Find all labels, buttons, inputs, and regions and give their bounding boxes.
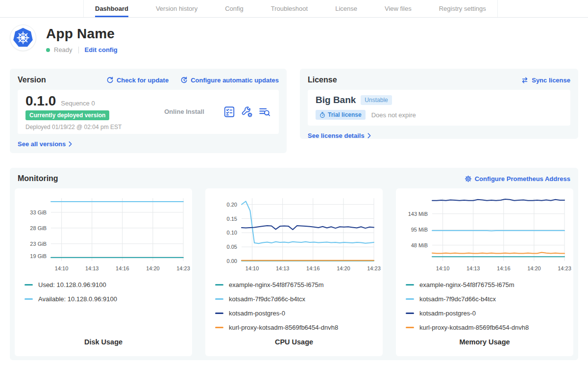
deployed-badge: Currently deployed version [25,110,109,120]
deployed-timestamp: Deployed 01/19/22 @ 02:04 pm EST [25,124,146,131]
legend-label: example-nginx-54f8f76755-l675m [229,281,324,288]
legend-label: kotsadm-7f9dc7d66c-b4tcx [229,295,305,303]
status-text: Ready [54,46,73,53]
svg-text:14:23: 14:23 [367,265,381,271]
legend-item: Available: 10.128.0.96:9100 [24,295,186,303]
svg-text:14:20: 14:20 [527,265,541,271]
svg-text:14:10: 14:10 [245,265,259,271]
license-card: License Sync license Big Bank Unstable T… [300,69,578,139]
legend-item: Used: 10.128.0.96:9100 [24,281,186,288]
see-license-details-link[interactable]: See license details [308,132,371,139]
legend-label: kotsadm-postgres-0 [229,310,285,317]
legend-swatch [215,313,223,314]
legend-item: kotsadm-postgres-0 [215,309,377,317]
svg-text:48 MiB: 48 MiB [411,242,428,248]
memory-usage-chart: 48 MiB95 MiB143 MiB14:1014:1314:1614:201… [402,194,567,275]
install-type-label: Online Install [146,108,223,115]
legend-label: example-nginx-54f8f76755-l675m [419,281,514,288]
configure-automatic-updates-link[interactable]: Configure automatic updates [180,77,279,84]
svg-text:14:16: 14:16 [497,265,511,271]
tab-registry-settings[interactable]: Registry settings [439,0,486,17]
kubernetes-icon [12,26,34,49]
config-wrench-icon[interactable] [241,105,253,118]
gear-icon [465,175,472,183]
configure-prometheus-label: Configure Prometheus Address [475,175,570,183]
cpu-usage-legend: example-nginx-54f8f76755-l675mkotsadm-7f… [211,281,377,331]
legend-swatch [406,327,414,328]
monitoring-section: Monitoring Configure Prometheus Address … [10,168,578,360]
sync-license-label: Sync license [532,77,570,84]
legend-item: example-nginx-54f8f76755-l675m [215,281,377,288]
app-logo [10,25,36,51]
check-for-update-link[interactable]: Check for update [106,77,169,84]
svg-text:14:20: 14:20 [146,265,160,271]
tab-config[interactable]: Config [225,0,244,17]
svg-text:0.20: 0.20 [227,202,237,208]
expiry-label: Does not expire [371,111,416,119]
view-logs-icon[interactable] [258,105,271,118]
tab-troubleshoot[interactable]: Troubleshoot [271,0,308,17]
stopwatch-icon [319,112,325,118]
legend-item: kotsadm-postgres-0 [406,309,567,317]
legend-label: kurl-proxy-kotsadm-8569fb6454-dnvh8 [419,324,529,331]
app-header: App Name Ready Edit config [10,25,118,53]
svg-text:14:10: 14:10 [436,265,450,271]
svg-text:14:20: 14:20 [337,265,350,271]
legend-item: kurl-proxy-kotsadm-8569fb6454-dnvh8 [406,323,567,331]
memory-usage-chart-card: 48 MiB95 MiB143 MiB14:1014:1314:1614:201… [396,188,573,356]
clock-refresh-icon [180,77,188,84]
version-card-title: Version [18,76,46,84]
svg-text:14:16: 14:16 [306,265,320,271]
legend-swatch [24,298,33,300]
legend-swatch [215,284,223,286]
svg-text:14:16: 14:16 [116,265,129,271]
tab-label: Troubleshoot [271,5,308,12]
monitoring-title: Monitoring [18,174,58,183]
memory-usage-chart-title: Memory Usage [402,338,567,356]
svg-text:0.00: 0.00 [227,258,237,264]
configure-prometheus-link[interactable]: Configure Prometheus Address [465,175,570,183]
legend-swatch [24,284,33,286]
see-all-versions-label: See all versions [18,140,66,148]
sync-license-link[interactable]: Sync license [521,77,570,84]
legend-label: kotsadm-7f9dc7d66c-b4tcx [419,295,496,303]
svg-text:0.15: 0.15 [227,216,237,222]
legend-swatch [406,313,414,314]
svg-text:143 MiB: 143 MiB [408,211,428,217]
tab-label: Version history [156,5,197,12]
legend-label: Used: 10.128.0.96:9100 [38,281,106,288]
tab-view-files[interactable]: View files [385,0,412,17]
cpu-usage-chart-card: 0.000.050.100.150.2014:1014:1314:1614:20… [205,188,383,356]
trial-license-label: Trial license [328,111,362,118]
svg-text:23 GiB: 23 GiB [30,241,47,247]
memory-usage-legend: example-nginx-54f8f76755-l675mkotsadm-7f… [402,281,567,331]
disk-usage-chart: 19 GiB23 GiB28 GiB33 GiB14:1014:1314:161… [21,194,186,275]
edit-config-link[interactable]: Edit config [85,46,118,53]
legend-item: kurl-proxy-kotsadm-8569fb6454-dnvh8 [215,323,377,331]
svg-text:14:10: 14:10 [55,265,69,271]
svg-text:33 GiB: 33 GiB [30,209,47,215]
license-panel: Big Bank Unstable Trial license Does not… [308,90,570,126]
tab-version-history[interactable]: Version history [156,0,197,17]
disk-usage-legend: Used: 10.128.0.96:9100Available: 10.128.… [21,281,186,303]
tab-label: License [335,5,357,12]
page-title: App Name [46,26,118,42]
see-all-versions-link[interactable]: See all versions [18,140,72,148]
top-nav: Dashboard Version history Config Trouble… [0,0,588,18]
see-license-details-label: See license details [308,132,365,139]
svg-text:0.10: 0.10 [227,230,237,235]
preflight-checklist-icon[interactable] [223,105,236,118]
version-number: 0.1.0 [25,93,56,109]
cpu-usage-chart: 0.000.050.100.150.2014:1014:1314:1614:20… [211,194,377,275]
divider [78,47,79,53]
chevron-right-icon [69,141,72,147]
svg-text:0.05: 0.05 [227,244,237,250]
chevron-right-icon [368,133,371,138]
legend-swatch [406,298,414,300]
disk-usage-chart-card: 19 GiB23 GiB28 GiB33 GiB14:1014:1314:161… [15,188,192,356]
tab-license[interactable]: License [335,0,357,17]
tab-bar: Dashboard Version history Config Trouble… [83,0,498,17]
cpu-usage-chart-title: CPU Usage [211,338,377,356]
refresh-icon [106,77,114,84]
tab-dashboard[interactable]: Dashboard [95,0,128,17]
